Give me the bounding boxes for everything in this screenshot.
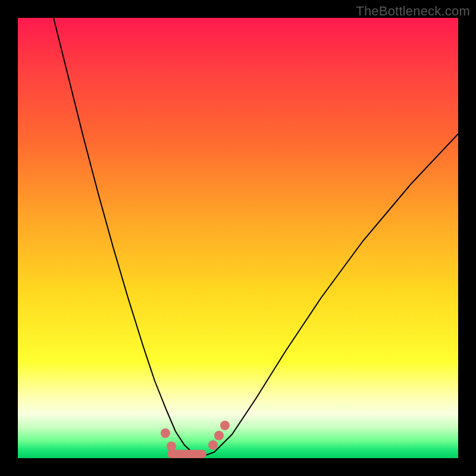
plot-area [18,18,458,458]
chart-svg [18,18,458,458]
marker-dot [208,440,218,450]
bottleneck-curve [54,18,458,456]
marker-dot [167,441,176,451]
marker-group [161,421,230,454]
chart-frame: TheBottleneck.com [0,0,476,476]
marker-dot [220,421,230,430]
marker-dot [161,428,170,438]
curve-path [54,18,458,456]
marker-dot [214,431,224,440]
watermark-text: TheBottleneck.com [356,4,470,19]
